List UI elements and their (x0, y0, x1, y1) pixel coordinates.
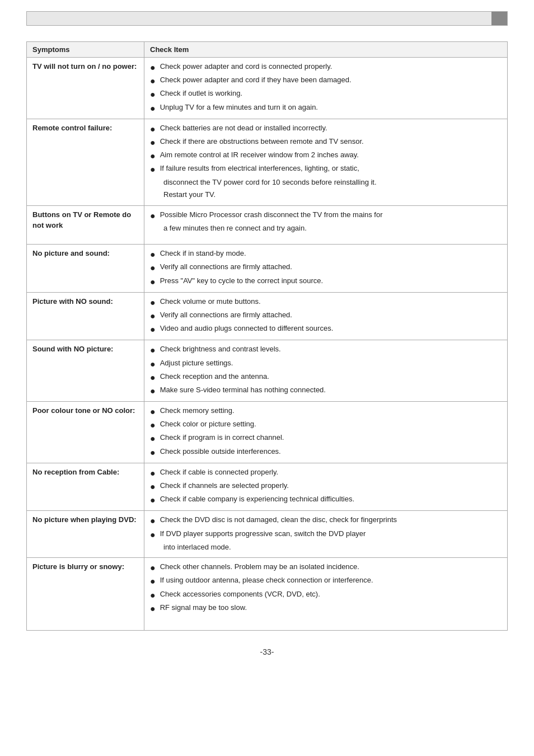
list-item: ●Check reception and the antenna. (150, 371, 502, 383)
symptom-cell: No picture when playing DVD: (27, 511, 144, 558)
list-item: ●Check if outlet is working. (150, 88, 502, 100)
check-cell: ●Check other channels. Problem may be an… (144, 558, 508, 631)
symptom-cell: TV will not turn on / no power: (27, 58, 144, 119)
symptom-cell: Remote control failure: (27, 119, 144, 205)
list-item: ●Check brightness and contrast levels. (150, 344, 502, 355)
table-row: Poor colour tone or NO color:●Check memo… (27, 402, 508, 463)
continuation-text: a few minutes then re connect and try ag… (150, 223, 502, 234)
symptom-cell: Buttons on TV or Remote do not work (27, 205, 144, 245)
table-row: No reception from Cable:●Check if cable … (27, 463, 508, 511)
check-cell: ●Check volume or mute buttons.●Verify al… (144, 292, 508, 340)
table-row: Buttons on TV or Remote do not work●Poss… (27, 205, 508, 245)
check-cell: ●Check the DVD disc is not damaged, clea… (144, 511, 508, 558)
list-item: ●Check memory setting. (150, 405, 502, 417)
spacer (150, 621, 502, 627)
list-item: ●Video and audio plugs connected to diff… (150, 323, 502, 335)
table-row: Picture is blurry or snowy:●Check other … (27, 558, 508, 631)
check-cell: ●Check memory setting.●Check color or pi… (144, 402, 508, 463)
check-cell: ●Possible Micro Processor crash disconne… (144, 205, 508, 245)
list-item: ●Make sure S-video terminal has nothing … (150, 384, 502, 396)
list-item: ●Check possible outside interferences. (150, 446, 502, 458)
check-cell: ●Check if cable is connected properly.●C… (144, 463, 508, 511)
continuation-text: into interlaced mode. (150, 542, 502, 553)
list-item: ●Check volume or mute buttons. (150, 296, 502, 308)
troubleshoot-table: Symptoms Check Item TV will not turn on … (26, 41, 508, 631)
list-item: ●Possible Micro Processor crash disconne… (150, 209, 502, 221)
list-item: ●Check batteries are not dead or install… (150, 123, 502, 134)
spacer (150, 616, 502, 621)
list-item: ●Verify all connections are firmly attac… (150, 309, 502, 321)
list-item: ●Adjust picture settings. (150, 358, 502, 369)
list-item: ●Check the DVD disc is not damaged, clea… (150, 514, 502, 526)
list-item: ●Check if cable is connected properly. (150, 467, 502, 478)
symptom-cell: Poor colour tone or NO color: (27, 402, 144, 463)
list-item: ●Press "AV" key to cycle to the correct … (150, 275, 502, 287)
table-row: Picture with NO sound:●Check volume or m… (27, 292, 508, 340)
check-cell: ●Check batteries are not dead or install… (144, 119, 508, 205)
list-item: ●If DVD player supports progressive scan… (150, 528, 502, 540)
table-row: No picture when playing DVD:●Check the D… (27, 511, 508, 558)
list-item: ●Check if in stand-by mode. (150, 248, 502, 260)
list-item: ●Check color or picture setting. (150, 419, 502, 430)
list-item: ●If using outdoor antenna, please check … (150, 575, 502, 586)
table-row: Sound with NO picture:●Check brightness … (27, 340, 508, 402)
list-item: ●Unplug TV for a few minutes and turn it… (150, 102, 502, 114)
continuation-text: disconnect the TV power cord for 10 seco… (150, 177, 502, 188)
check-cell: ●Check power adapter and cord is connect… (144, 58, 508, 119)
list-item: ●Check if there are obstructions between… (150, 136, 502, 148)
check-cell: ●Check if in stand-by mode.●Verify all c… (144, 245, 508, 293)
symptom-cell: Sound with NO picture: (27, 340, 144, 402)
list-item: ●Check power adapter and cord if they ha… (150, 74, 502, 86)
check-cell: ●Check brightness and contrast levels.●A… (144, 340, 508, 402)
table-row: Remote control failure:●Check batteries … (27, 119, 508, 205)
header-symptoms: Symptoms (27, 42, 144, 58)
symptom-cell: No picture and sound: (27, 245, 144, 293)
list-item: ●Check if program is in correct channel. (150, 432, 502, 444)
symptom-cell: Picture is blurry or snowy: (27, 558, 144, 631)
list-item: ●Check accessories components (VCR, DVD,… (150, 589, 502, 600)
list-item: ●Check power adapter and cord is connect… (150, 61, 502, 73)
symptom-cell: No reception from Cable: (27, 463, 144, 511)
list-item: ●Check other channels. Problem may be an… (150, 561, 502, 573)
list-item: ●Verify all connections are firmly attac… (150, 261, 502, 273)
header-checks: Check Item (144, 42, 508, 58)
table-row: TV will not turn on / no power:●Check po… (27, 58, 508, 119)
title-bar (26, 11, 508, 26)
spacer (150, 235, 502, 241)
list-item: ●If failure results from electrical inte… (150, 163, 502, 175)
list-item: ●RF signal may be too slow. (150, 602, 502, 614)
continuation-text: Restart your TV. (150, 189, 502, 200)
symptom-cell: Picture with NO sound: (27, 292, 144, 340)
list-item: ●Check if cable company is experiencing … (150, 494, 502, 505)
table-row: No picture and sound:●Check if in stand-… (27, 245, 508, 293)
page-number: -33- (26, 647, 508, 656)
list-item: ●Check if channels are selected properly… (150, 480, 502, 492)
list-item: ●Aim remote control at IR receiver windo… (150, 149, 502, 161)
